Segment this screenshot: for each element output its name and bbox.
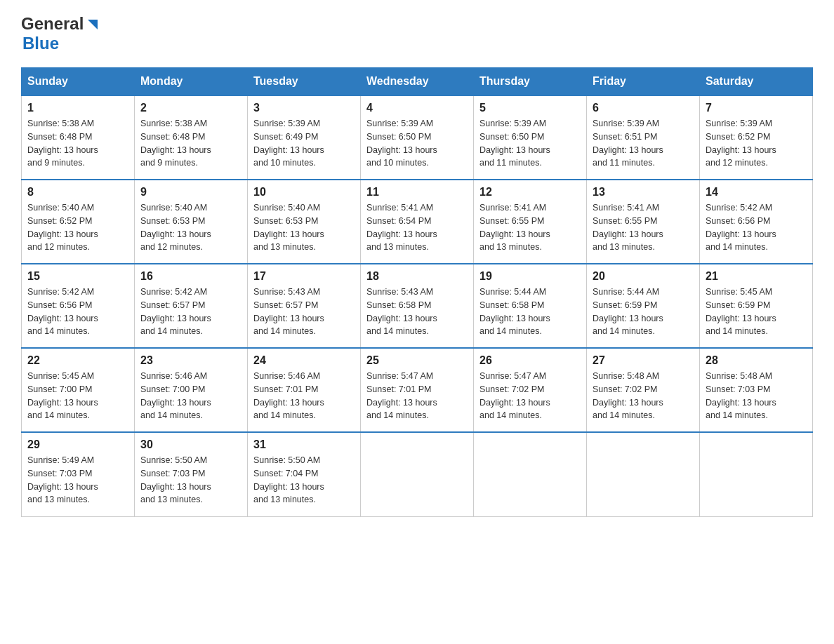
day-info: Sunrise: 5:40 AM Sunset: 6:53 PM Dayligh… bbox=[140, 201, 241, 254]
logo-general-text: General bbox=[21, 14, 84, 34]
day-number: 31 bbox=[253, 438, 355, 451]
day-info: Sunrise: 5:38 AM Sunset: 6:48 PM Dayligh… bbox=[27, 117, 128, 170]
calendar-cell bbox=[587, 432, 700, 516]
calendar-table: SundayMondayTuesdayWednesdayThursdayFrid… bbox=[21, 67, 813, 517]
day-number: 14 bbox=[706, 186, 807, 199]
calendar-cell: 3 Sunrise: 5:39 AM Sunset: 6:49 PM Dayli… bbox=[248, 95, 361, 180]
calendar-cell: 1 Sunrise: 5:38 AM Sunset: 6:48 PM Dayli… bbox=[22, 95, 135, 180]
day-info: Sunrise: 5:50 AM Sunset: 7:04 PM Dayligh… bbox=[253, 454, 355, 507]
day-number: 23 bbox=[140, 354, 241, 367]
day-number: 28 bbox=[706, 354, 807, 367]
calendar-cell bbox=[700, 432, 813, 516]
day-info: Sunrise: 5:42 AM Sunset: 6:56 PM Dayligh… bbox=[27, 286, 128, 338]
calendar-cell: 28 Sunrise: 5:48 AM Sunset: 7:03 PM Dayl… bbox=[700, 348, 813, 432]
calendar-cell: 31 Sunrise: 5:50 AM Sunset: 7:04 PM Dayl… bbox=[248, 432, 361, 516]
calendar-cell: 12 Sunrise: 5:41 AM Sunset: 6:55 PM Dayl… bbox=[474, 180, 587, 264]
calendar-cell: 5 Sunrise: 5:39 AM Sunset: 6:50 PM Dayli… bbox=[474, 95, 587, 180]
day-number: 24 bbox=[253, 354, 355, 367]
calendar-cell: 17 Sunrise: 5:43 AM Sunset: 6:57 PM Dayl… bbox=[248, 264, 361, 348]
day-number: 12 bbox=[479, 186, 581, 199]
calendar-cell: 10 Sunrise: 5:40 AM Sunset: 6:53 PM Dayl… bbox=[248, 180, 361, 264]
calendar-week-1: 1 Sunrise: 5:38 AM Sunset: 6:48 PM Dayli… bbox=[22, 95, 813, 180]
day-info: Sunrise: 5:50 AM Sunset: 7:03 PM Dayligh… bbox=[140, 454, 241, 507]
day-number: 8 bbox=[27, 186, 128, 199]
calendar-cell: 11 Sunrise: 5:41 AM Sunset: 6:54 PM Dayl… bbox=[361, 180, 474, 264]
day-info: Sunrise: 5:39 AM Sunset: 6:51 PM Dayligh… bbox=[593, 117, 694, 170]
header-cell-monday: Monday bbox=[135, 68, 248, 96]
day-info: Sunrise: 5:41 AM Sunset: 6:55 PM Dayligh… bbox=[479, 201, 581, 254]
day-info: Sunrise: 5:46 AM Sunset: 7:00 PM Dayligh… bbox=[140, 370, 241, 422]
day-number: 4 bbox=[366, 102, 468, 114]
calendar-week-3: 15 Sunrise: 5:42 AM Sunset: 6:56 PM Dayl… bbox=[22, 264, 813, 348]
calendar-week-4: 22 Sunrise: 5:45 AM Sunset: 7:00 PM Dayl… bbox=[22, 348, 813, 432]
day-info: Sunrise: 5:41 AM Sunset: 6:54 PM Dayligh… bbox=[366, 201, 468, 254]
calendar-cell: 14 Sunrise: 5:42 AM Sunset: 6:56 PM Dayl… bbox=[700, 180, 813, 264]
calendar-week-2: 8 Sunrise: 5:40 AM Sunset: 6:52 PM Dayli… bbox=[22, 180, 813, 264]
day-info: Sunrise: 5:48 AM Sunset: 7:02 PM Dayligh… bbox=[593, 370, 694, 422]
calendar-cell: 30 Sunrise: 5:50 AM Sunset: 7:03 PM Dayl… bbox=[135, 432, 248, 516]
day-info: Sunrise: 5:38 AM Sunset: 6:48 PM Dayligh… bbox=[140, 117, 241, 170]
day-number: 19 bbox=[479, 270, 581, 283]
calendar-cell: 13 Sunrise: 5:41 AM Sunset: 6:55 PM Dayl… bbox=[587, 180, 700, 264]
calendar-cell: 25 Sunrise: 5:47 AM Sunset: 7:01 PM Dayl… bbox=[361, 348, 474, 432]
calendar-cell: 23 Sunrise: 5:46 AM Sunset: 7:00 PM Dayl… bbox=[135, 348, 248, 432]
calendar-cell: 2 Sunrise: 5:38 AM Sunset: 6:48 PM Dayli… bbox=[135, 95, 248, 180]
calendar-cell: 4 Sunrise: 5:39 AM Sunset: 6:50 PM Dayli… bbox=[361, 95, 474, 180]
day-number: 10 bbox=[253, 186, 355, 199]
calendar-cell bbox=[474, 432, 587, 516]
svg-marker-0 bbox=[88, 20, 98, 29]
day-number: 5 bbox=[479, 102, 581, 114]
header-cell-tuesday: Tuesday bbox=[248, 68, 361, 96]
day-number: 13 bbox=[593, 186, 694, 199]
day-info: Sunrise: 5:46 AM Sunset: 7:01 PM Dayligh… bbox=[253, 370, 355, 422]
calendar-cell: 22 Sunrise: 5:45 AM Sunset: 7:00 PM Dayl… bbox=[22, 348, 135, 432]
day-info: Sunrise: 5:43 AM Sunset: 6:58 PM Dayligh… bbox=[366, 286, 468, 338]
header-cell-sunday: Sunday bbox=[22, 68, 135, 96]
day-info: Sunrise: 5:48 AM Sunset: 7:03 PM Dayligh… bbox=[706, 370, 807, 422]
day-info: Sunrise: 5:45 AM Sunset: 6:59 PM Dayligh… bbox=[706, 286, 807, 338]
day-number: 25 bbox=[366, 354, 468, 367]
logo-triangle-icon bbox=[85, 17, 100, 32]
calendar-week-5: 29 Sunrise: 5:49 AM Sunset: 7:03 PM Dayl… bbox=[22, 432, 813, 516]
day-number: 3 bbox=[253, 102, 355, 114]
day-info: Sunrise: 5:42 AM Sunset: 6:56 PM Dayligh… bbox=[706, 201, 807, 254]
calendar-cell: 8 Sunrise: 5:40 AM Sunset: 6:52 PM Dayli… bbox=[22, 180, 135, 264]
day-info: Sunrise: 5:43 AM Sunset: 6:57 PM Dayligh… bbox=[253, 286, 355, 338]
day-number: 22 bbox=[27, 354, 128, 367]
day-number: 18 bbox=[366, 270, 468, 283]
day-info: Sunrise: 5:39 AM Sunset: 6:49 PM Dayligh… bbox=[253, 117, 355, 170]
day-number: 20 bbox=[593, 270, 694, 283]
day-info: Sunrise: 5:39 AM Sunset: 6:50 PM Dayligh… bbox=[366, 117, 468, 170]
calendar-cell bbox=[361, 432, 474, 516]
calendar-cell: 26 Sunrise: 5:47 AM Sunset: 7:02 PM Dayl… bbox=[474, 348, 587, 432]
calendar-cell: 29 Sunrise: 5:49 AM Sunset: 7:03 PM Dayl… bbox=[22, 432, 135, 516]
day-info: Sunrise: 5:41 AM Sunset: 6:55 PM Dayligh… bbox=[593, 201, 694, 254]
header-cell-friday: Friday bbox=[587, 68, 700, 96]
calendar-cell: 7 Sunrise: 5:39 AM Sunset: 6:52 PM Dayli… bbox=[700, 95, 813, 180]
header-cell-wednesday: Wednesday bbox=[361, 68, 474, 96]
day-number: 21 bbox=[706, 270, 807, 283]
day-info: Sunrise: 5:42 AM Sunset: 6:57 PM Dayligh… bbox=[140, 286, 241, 338]
page-header: General Blue bbox=[21, 14, 813, 53]
day-number: 9 bbox=[140, 186, 241, 199]
calendar-cell: 16 Sunrise: 5:42 AM Sunset: 6:57 PM Dayl… bbox=[135, 264, 248, 348]
header-row: SundayMondayTuesdayWednesdayThursdayFrid… bbox=[22, 68, 813, 96]
calendar-cell: 24 Sunrise: 5:46 AM Sunset: 7:01 PM Dayl… bbox=[248, 348, 361, 432]
day-number: 17 bbox=[253, 270, 355, 283]
day-number: 6 bbox=[593, 102, 694, 114]
calendar-cell: 6 Sunrise: 5:39 AM Sunset: 6:51 PM Dayli… bbox=[587, 95, 700, 180]
day-info: Sunrise: 5:49 AM Sunset: 7:03 PM Dayligh… bbox=[27, 454, 128, 507]
day-info: Sunrise: 5:44 AM Sunset: 6:58 PM Dayligh… bbox=[479, 286, 581, 338]
day-number: 11 bbox=[366, 186, 468, 199]
day-number: 1 bbox=[27, 102, 128, 114]
day-info: Sunrise: 5:39 AM Sunset: 6:52 PM Dayligh… bbox=[706, 117, 807, 170]
day-info: Sunrise: 5:44 AM Sunset: 6:59 PM Dayligh… bbox=[593, 286, 694, 338]
calendar-cell: 21 Sunrise: 5:45 AM Sunset: 6:59 PM Dayl… bbox=[700, 264, 813, 348]
calendar-cell: 15 Sunrise: 5:42 AM Sunset: 6:56 PM Dayl… bbox=[22, 264, 135, 348]
day-info: Sunrise: 5:45 AM Sunset: 7:00 PM Dayligh… bbox=[27, 370, 128, 422]
calendar-cell: 9 Sunrise: 5:40 AM Sunset: 6:53 PM Dayli… bbox=[135, 180, 248, 264]
header-cell-thursday: Thursday bbox=[474, 68, 587, 96]
header-cell-saturday: Saturday bbox=[700, 68, 813, 96]
day-info: Sunrise: 5:40 AM Sunset: 6:52 PM Dayligh… bbox=[27, 201, 128, 254]
day-info: Sunrise: 5:40 AM Sunset: 6:53 PM Dayligh… bbox=[253, 201, 355, 254]
